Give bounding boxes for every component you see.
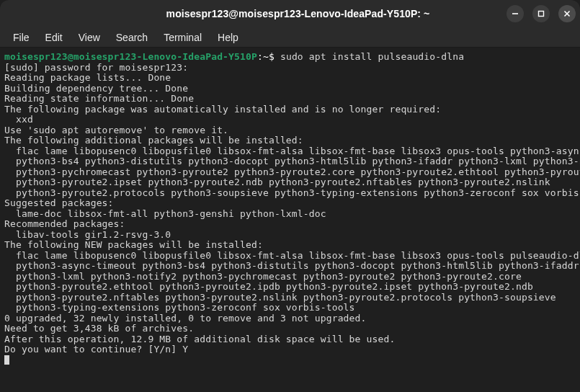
output-line: python3-pyroute2.protocols python3-soups… [4, 188, 576, 199]
output-line: Recommended packages: [4, 219, 576, 230]
prompt-user: moisespr123@moisespr123-Lenovo-IdeaPad-Y… [4, 51, 257, 62]
prompt-dollar: $ [269, 51, 280, 62]
window-controls [507, 5, 576, 22]
output-line: Need to get 3,438 kB of archives. [4, 324, 576, 334]
output-line: The following package was automatically … [4, 104, 576, 115]
output-line: python3-lxml python3-notify2 python3-pyc… [4, 272, 576, 282]
output-line: python3-async-timeout python3-bs4 python… [4, 261, 576, 272]
output-line: xxd [4, 115, 576, 125]
output-line: lame-doc libsox-fmt-all python3-genshi p… [4, 209, 576, 220]
output-line: python3-pyroute2.ipset python3-pyroute2.… [4, 177, 576, 188]
maximize-icon [537, 9, 545, 18]
output-line: The following additional packages will b… [4, 135, 576, 146]
output-line: flac lame libopusenc0 libopusfile0 libso… [4, 251, 576, 262]
menu-edit[interactable]: Edit [38, 30, 70, 45]
output-line: The following NEW packages will be insta… [4, 240, 576, 251]
menu-terminal[interactable]: Terminal [156, 30, 209, 45]
output-line: [sudo] password for moisespr123: [4, 63, 576, 74]
menu-view[interactable]: View [71, 30, 107, 45]
svg-rect-1 [539, 12, 544, 17]
output-line: After this operation, 12.9 MB of additio… [4, 334, 576, 345]
output-line: python3-pyroute2.nftables python3-pyrout… [4, 293, 576, 303]
output-line: Building dependency tree... Done [4, 84, 576, 94]
output-line: python3-pyroute2.ethtool python3-pyroute… [4, 282, 576, 293]
prompt-colon: : [257, 51, 263, 62]
output-line: Use 'sudo apt autoremove' to remove it. [4, 125, 576, 136]
menu-file[interactable]: File [6, 30, 37, 45]
prompt-continue [4, 355, 576, 366]
close-button[interactable] [558, 5, 576, 22]
output-line: Do you want to continue? [Y/n] Y [4, 344, 576, 355]
output-line: python3-bs4 python3-distutils python3-do… [4, 156, 576, 167]
minimize-icon [511, 9, 519, 18]
output-line: Reading package lists... Done [4, 73, 576, 84]
output-line: Suggested packages: [4, 198, 576, 209]
output-line: flac lame libopusenc0 libopusfile0 libso… [4, 146, 576, 157]
maximize-button[interactable] [532, 5, 550, 22]
window-title: moisespr123@moisespr123-Lenovo-IdeaPad-Y… [89, 8, 507, 19]
menu-help[interactable]: Help [210, 30, 246, 45]
prompt-line: moisespr123@moisespr123-Lenovo-IdeaPad-Y… [4, 52, 576, 63]
prompt-path: ~ [263, 51, 269, 62]
output-line: 0 upgraded, 32 newly installed, 0 to rem… [4, 313, 576, 324]
output-line: Reading state information... Done [4, 94, 576, 104]
output-line: python3-typing-extensions python3-zeroco… [4, 303, 576, 313]
close-icon [563, 9, 571, 18]
command-text: sudo apt install pulseaudio-dlna [280, 51, 464, 62]
titlebar: moisespr123@moisespr123-Lenovo-IdeaPad-Y… [0, 0, 580, 27]
output-line: python3-pychromecast python3-pyroute2 py… [4, 167, 576, 178]
terminal-output[interactable]: moisespr123@moisespr123-Lenovo-IdeaPad-Y… [0, 48, 580, 370]
output-line: libav-tools gir1.2-rsvg-3.0 [4, 230, 576, 241]
cursor [4, 355, 9, 365]
menubar: File Edit View Search Terminal Help [0, 27, 580, 48]
menu-search[interactable]: Search [109, 30, 155, 45]
minimize-button[interactable] [507, 5, 524, 22]
